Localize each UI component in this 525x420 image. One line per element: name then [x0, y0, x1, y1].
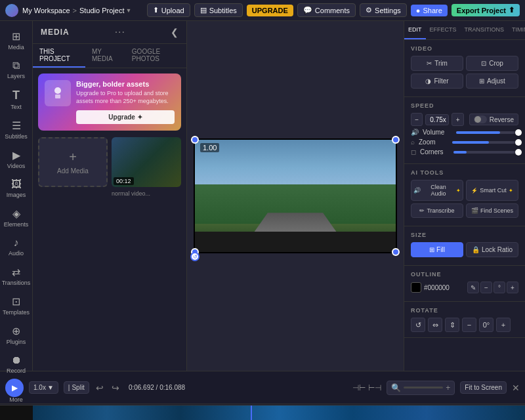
audio-controls: ⊣⊢ ⊢⊣ [352, 381, 381, 394]
sidebar-item-text[interactable]: T Text [2, 85, 31, 114]
workspace-link[interactable]: My Workspace [22, 7, 70, 14]
list-item[interactable]: 00:12 normal video... [112, 137, 181, 199]
volume-slider[interactable] [456, 131, 518, 134]
fit-to-screen-button[interactable]: Fit to Screen [460, 381, 507, 394]
zoom-slider-control[interactable] [404, 387, 443, 388]
tab-edit[interactable]: EDIT [404, 21, 426, 39]
sidebar-item-templates[interactable]: ⊡ Templates [2, 291, 31, 320]
resize-handle-bottom-right[interactable] [392, 248, 400, 256]
tab-effects[interactable]: EFFECTS [426, 21, 461, 39]
sidebar-item-images[interactable]: 🖼 Images [2, 175, 31, 202]
rotate-left-button[interactable]: ↺ [411, 318, 425, 332]
upgrade-button[interactable]: UPGRADE [247, 5, 293, 16]
rotate-degree-display: 0° [479, 318, 494, 332]
clean-audio-button[interactable]: 🔊 Clean Audio ✦ [411, 180, 463, 201]
crop-button[interactable]: ⊡ Crop [466, 56, 518, 71]
transcribe-button[interactable]: ✏ Transcribe [411, 203, 463, 218]
media-duration: 00:12 [114, 177, 134, 185]
audio-split-icon[interactable]: ⊣⊢ [352, 381, 366, 394]
undo-button[interactable]: ↩ [94, 381, 105, 394]
corners-icon: ◻ [411, 148, 416, 156]
subtitles-sidebar-icon: ☰ [12, 119, 21, 132]
lock-ratio-button[interactable]: 🔒 Lock Ratio [466, 242, 518, 257]
speed-increase-button[interactable]: + [452, 113, 463, 126]
corners-slider[interactable] [453, 151, 518, 154]
breadcrumb: My Workspace > Studio Project ▼ [22, 7, 131, 14]
tab-transitions[interactable]: TRANSITIONS [461, 21, 509, 39]
clean-audio-sparkle-icon: ✦ [456, 188, 461, 194]
settings-button[interactable]: ⚙ Settings [360, 3, 407, 17]
tab-timing[interactable]: TIMING [508, 21, 525, 39]
close-timeline-button[interactable]: ✕ [512, 383, 520, 393]
outline-plus-button[interactable]: + [507, 282, 518, 293]
resize-handle-top-right[interactable] [392, 136, 400, 144]
zoom-slider[interactable] [452, 141, 518, 144]
outline-color-swatch[interactable] [411, 282, 421, 293]
sidebar-item-elements[interactable]: ◈ Elements [2, 203, 31, 232]
rotate-minus-button[interactable]: − [462, 318, 476, 332]
corners-fill [453, 151, 467, 154]
clean-audio-icon: 🔊 [413, 187, 421, 194]
sidebar-item-layers[interactable]: ⧉ Layers [2, 56, 31, 83]
timeline-playhead[interactable] [251, 406, 252, 420]
add-media-label: Add Media [57, 167, 89, 175]
volume-label: Volume [423, 129, 452, 136]
outline-section-title: OUTLINE [411, 271, 518, 278]
rotate-plus-button[interactable]: + [496, 318, 511, 332]
add-media-button[interactable]: + Add Media [38, 137, 108, 187]
canvas-video[interactable]: 1.00 ↺ [194, 138, 397, 253]
share-button[interactable]: ● Share [411, 5, 448, 16]
zoom-thumb[interactable] [515, 139, 522, 146]
tab-my-media[interactable]: MY MEDIA [85, 44, 125, 68]
project-link[interactable]: Studio Project ▼ [79, 7, 131, 14]
tab-google-photos[interactable]: GOOGLE PHOTOS [125, 44, 186, 68]
resize-handle-bottom-center[interactable]: ↺ [190, 252, 200, 261]
filter-button[interactable]: ◑ Filter [411, 74, 463, 89]
sidebar-item-media[interactable]: ⊞ Media [2, 26, 31, 54]
sidebar-item-audio[interactable]: ♪ Audio [2, 233, 31, 261]
volume-thumb[interactable] [515, 129, 522, 136]
media-more-button[interactable]: ··· [115, 26, 125, 38]
resize-handle-top-left[interactable] [191, 136, 199, 144]
outline-minus-button[interactable]: − [480, 282, 492, 293]
speed-selector[interactable]: 1.0x ▼ [29, 381, 58, 394]
sidebar-item-plugins[interactable]: ⊕ Plugins [2, 321, 31, 349]
video-btn-row-2: ◑ Filter ⊞ Adjust [411, 74, 518, 89]
media-thumbnail[interactable]: 00:12 [112, 137, 181, 187]
play-button[interactable]: ▶ [5, 379, 24, 397]
app-logo [5, 4, 18, 17]
upload-button[interactable]: ⬆ Upload [147, 3, 190, 17]
export-button[interactable]: Export Project ⬆ [452, 4, 520, 16]
play-icon: ▶ [12, 383, 18, 392]
corners-thumb[interactable] [515, 149, 522, 156]
zoom-out-icon[interactable]: 🔍 [391, 383, 401, 392]
filter-icon: ◑ [425, 77, 431, 85]
media-panel-close-button[interactable]: ❮ [171, 27, 178, 37]
fill-icon: ⊞ [429, 246, 434, 253]
comments-button[interactable]: 💬 Comments [297, 3, 356, 17]
reverse-toggle[interactable]: Reverse [469, 114, 518, 125]
smart-cut-button[interactable]: ⚡ Smart Cut ✦ [466, 180, 518, 201]
crop-icon: ⊡ [481, 60, 486, 67]
upgrade-card-button[interactable]: Upgrade ✦ [76, 110, 175, 124]
sidebar-item-transitions[interactable]: ⇄ Transitions [2, 262, 31, 290]
split-button[interactable]: | Split [64, 381, 89, 394]
adjust-button[interactable]: ⊞ Adjust [466, 74, 518, 89]
speed-decrease-button[interactable]: − [411, 113, 423, 126]
zoom-in-icon[interactable]: + [446, 383, 450, 392]
rotate-section-title: ROTATE [411, 307, 518, 314]
redo-button[interactable]: ↪ [110, 381, 121, 394]
flip-vertical-button[interactable]: ⇕ [445, 318, 459, 332]
sidebar-item-record[interactable]: ⏺ Record [2, 350, 31, 378]
speed-section-title: SPEED [411, 102, 518, 109]
fill-button[interactable]: ⊞ Fill [411, 242, 463, 257]
flip-horizontal-button[interactable]: ⇔ [428, 318, 442, 332]
find-scenes-button[interactable]: 🎬 Find Scenes [466, 203, 518, 218]
sidebar-item-videos[interactable]: ▶ Videos [2, 145, 31, 173]
audio-merge-icon[interactable]: ⊢⊣ [368, 381, 381, 394]
trim-button[interactable]: ✂ Trim [411, 56, 463, 71]
outline-edit-button[interactable]: ✎ [467, 282, 479, 293]
subtitles-button[interactable]: ▤ Subtitles [194, 3, 243, 17]
sidebar-item-subtitles[interactable]: ☰ Subtitles [2, 116, 31, 144]
tab-this-project[interactable]: THIS PROJECT [33, 44, 85, 68]
